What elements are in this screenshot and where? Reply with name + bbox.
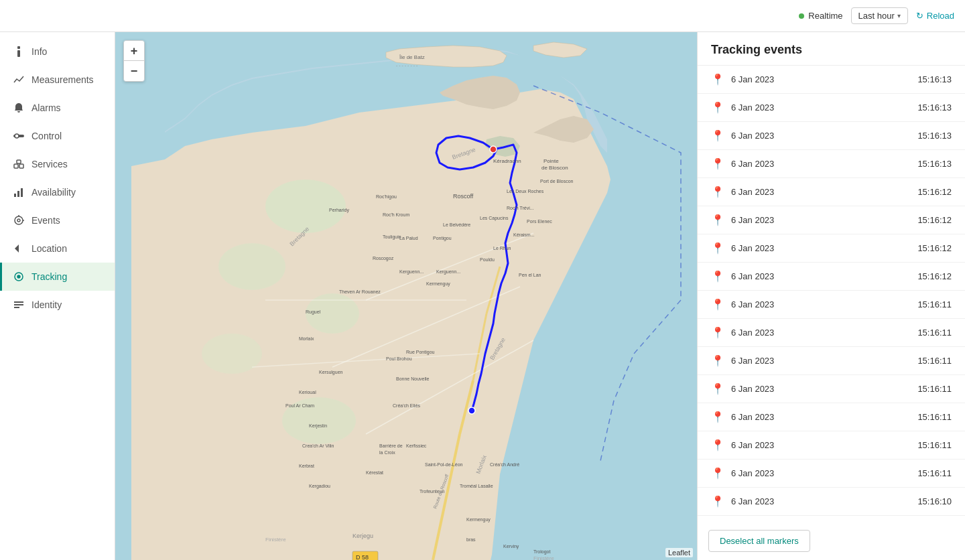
location-pin-icon: 📍 <box>711 101 724 114</box>
svg-rect-19 <box>14 307 19 308</box>
svg-point-97 <box>490 146 497 153</box>
svg-text:Kergadiou: Kergadiou <box>309 484 330 489</box>
svg-rect-0 <box>17 46 20 49</box>
location-pin-icon: 📍 <box>711 214 724 226</box>
tracking-event-date: 6 Jan 2023 <box>731 74 774 84</box>
sidebar-item-availability[interactable]: Availability <box>0 178 115 206</box>
location-pin-icon: 📍 <box>711 326 724 339</box>
location-pin-icon: 📍 <box>711 439 724 451</box>
svg-text:Poul Ar Cham: Poul Ar Cham <box>285 403 314 408</box>
svg-text:Pontigou: Pontigou <box>433 236 452 241</box>
tracking-event-item[interactable]: 📍 6 Jan 2023 15:16:13 <box>698 94 965 122</box>
tracking-event-item[interactable]: 📍 6 Jan 2023 15:16:11 <box>698 347 965 375</box>
svg-rect-9 <box>21 188 23 197</box>
tracking-event-time: 15:16:11 <box>917 384 952 394</box>
zoom-in-button[interactable]: + <box>124 41 144 61</box>
location-pin-icon: 📍 <box>711 242 724 255</box>
location-icon <box>13 242 25 255</box>
availability-icon <box>13 186 25 198</box>
svg-rect-6 <box>17 160 21 163</box>
sidebar-item-info[interactable]: Info <box>0 38 115 66</box>
tracking-event-item[interactable]: 📍 6 Jan 2023 15:16:11 <box>698 291 965 319</box>
svg-point-98 <box>468 407 475 414</box>
svg-text:Crea'ch Ar Vilin: Crea'ch Ar Vilin <box>302 443 334 448</box>
sidebar-item-tracking[interactable]: Tracking <box>0 263 115 291</box>
tracking-event-item[interactable]: 📍 6 Jan 2023 15:16:11 <box>698 375 965 403</box>
sidebar-item-label-measurements: Measurements <box>31 74 94 85</box>
svg-text:Kermenguy: Kermenguy <box>426 281 450 287</box>
tracking-events-title: Tracking events <box>698 32 965 66</box>
tracking-event-date: 6 Jan 2023 <box>731 187 774 197</box>
svg-point-21 <box>265 180 346 233</box>
svg-text:Morlaix: Morlaix <box>299 336 314 341</box>
tracking-event-item[interactable]: 📍 6 Jan 2023 15:16:12 <box>698 234 965 263</box>
sidebar-item-measurements[interactable]: Measurements <box>0 66 115 94</box>
tracking-event-date: 6 Jan 2023 <box>731 384 774 394</box>
tracking-event-time: 15:16:12 <box>917 215 952 225</box>
tracking-event-item[interactable]: 📍 6 Jan 2023 15:16:12 <box>698 263 965 291</box>
tracking-event-item[interactable]: 📍 6 Jan 2023 15:16:12 <box>698 178 965 206</box>
deselect-all-markers-button[interactable]: Deselect all markers <box>708 530 810 552</box>
sidebar-item-label-alarms: Alarms <box>31 102 61 113</box>
svg-text:Kerfissiec: Kerfissiec <box>406 443 427 448</box>
svg-text:de Bloscon: de Bloscon <box>541 165 568 171</box>
tracking-event-item[interactable]: 📍 6 Jan 2023 15:16:10 <box>698 488 965 516</box>
svg-text:bras: bras <box>466 537 476 542</box>
tracking-event-item[interactable]: 📍 6 Jan 2023 15:16:13 <box>698 66 965 94</box>
tracking-event-time: 15:16:13 <box>917 74 952 84</box>
location-pin-icon: 📍 <box>711 73 724 86</box>
svg-text:Kerjestin: Kerjestin <box>309 423 327 429</box>
svg-text:Les Deux Roches: Les Deux Roches <box>507 189 544 194</box>
sidebar-item-services[interactable]: Services <box>0 150 115 178</box>
control-icon <box>13 130 25 142</box>
location-pin-icon: 📍 <box>711 129 724 142</box>
alarms-icon <box>13 102 25 114</box>
time-select-dropdown[interactable]: Last hour ▾ <box>851 7 908 24</box>
sidebar-item-alarms[interactable]: Alarms <box>0 94 115 122</box>
sidebar-item-label-services: Services <box>31 159 68 169</box>
tracking-event-time: 15:16:12 <box>917 271 952 281</box>
tracking-event-item[interactable]: 📍 6 Jan 2023 15:16:13 <box>698 122 965 150</box>
svg-point-16 <box>17 275 20 278</box>
tracking-event-date: 6 Jan 2023 <box>731 299 774 309</box>
location-pin-icon: 📍 <box>711 298 724 311</box>
sidebar-item-control[interactable]: Control <box>0 122 115 150</box>
sidebar-item-events[interactable]: Events <box>0 206 115 234</box>
svg-text:Créa'ch André: Créa'ch André <box>490 462 519 467</box>
location-pin-icon: 📍 <box>711 382 724 395</box>
svg-text:Kermenguy: Kermenguy <box>466 517 491 522</box>
sidebar-item-identity[interactable]: Identity <box>0 291 115 319</box>
tracking-event-time: 15:16:12 <box>917 187 952 197</box>
tracking-event-item[interactable]: 📍 6 Jan 2023 15:16:11 <box>698 431 965 460</box>
svg-text:Pouldu: Pouldu <box>480 257 495 262</box>
events-icon <box>13 214 25 226</box>
svg-text:Kerjegu: Kerjegu <box>352 533 373 539</box>
svg-text:Le Belvédère: Le Belvédère <box>443 222 470 227</box>
svg-text:Kerguenn...: Kerguenn... <box>399 269 424 275</box>
sidebar-item-label-availability: Availability <box>31 187 76 198</box>
svg-text:Créa'ch Eliès: Créa'ch Eliès <box>393 403 421 408</box>
svg-text:Finistère: Finistère <box>533 555 554 560</box>
tracking-event-time: 15:16:13 <box>917 131 952 141</box>
tracking-event-item[interactable]: 📍 6 Jan 2023 15:16:11 <box>698 403 965 431</box>
realtime-dot <box>799 13 804 19</box>
tracking-event-date: 6 Jan 2023 <box>731 412 774 422</box>
svg-point-3 <box>15 134 19 138</box>
svg-text:Pen el Lan: Pen el Lan <box>519 273 541 277</box>
location-pin-icon: 📍 <box>711 157 724 170</box>
location-pin-icon: 📍 <box>711 467 724 480</box>
svg-text:Kéradraonn: Kéradraonn <box>493 158 521 164</box>
tracking-event-item[interactable]: 📍 6 Jan 2023 15:16:11 <box>698 460 965 488</box>
tracking-event-date: 6 Jan 2023 <box>731 328 774 338</box>
content-area: Roscoff Kéradraonn Pointe de Bloscon Por… <box>115 32 965 560</box>
svg-text:Bonne Nouvelle: Bonne Nouvelle <box>396 376 430 381</box>
zoom-out-button[interactable]: − <box>124 61 144 81</box>
tracking-event-item[interactable]: 📍 6 Jan 2023 15:16:12 <box>698 206 965 234</box>
map-container[interactable]: Roscoff Kéradraonn Pointe de Bloscon Por… <box>115 32 697 560</box>
sidebar-item-label-events: Events <box>31 215 60 226</box>
sidebar-item-location[interactable]: Location <box>0 234 115 263</box>
reload-button[interactable]: ↻ Reload <box>916 11 954 21</box>
tracking-event-item[interactable]: 📍 6 Jan 2023 15:16:13 <box>698 150 965 178</box>
svg-marker-14 <box>15 244 19 253</box>
tracking-event-item[interactable]: 📍 6 Jan 2023 15:16:11 <box>698 319 965 347</box>
